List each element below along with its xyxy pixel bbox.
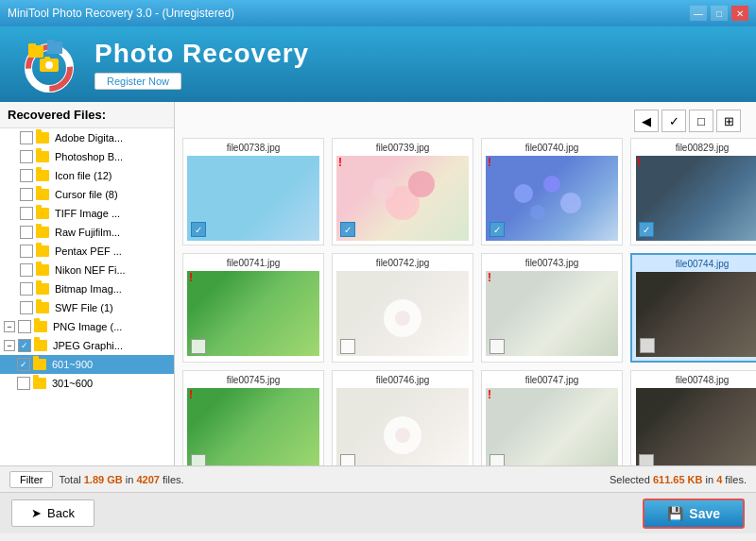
image-cell[interactable]: file00739.jpg!✓ — [332, 138, 473, 245]
image-checkbox[interactable]: ✓ — [490, 222, 505, 237]
sidebar-item-3[interactable]: Cursor file (8) — [0, 185, 174, 204]
image-checkbox[interactable] — [490, 454, 505, 465]
item-label: TIFF Image ... — [55, 208, 120, 219]
back-button[interactable]: ➤ Back — [11, 499, 94, 527]
checkbox[interactable] — [20, 131, 33, 144]
error-badge: ! — [637, 156, 641, 169]
image-cell[interactable]: file00829.jpg!✓ — [630, 138, 756, 245]
image-filename: file00745.jpg — [227, 375, 281, 385]
checkbox[interactable] — [20, 188, 33, 201]
checkbox[interactable] — [20, 263, 33, 277]
sidebar-item-0[interactable]: Adobe Digita... — [0, 128, 174, 147]
filter-button[interactable]: Filter — [9, 471, 53, 488]
image-checkbox[interactable] — [340, 454, 355, 465]
expand-icon[interactable]: − — [4, 340, 15, 351]
sidebar: Recovered Files: Adobe Digita...Photosho… — [0, 102, 175, 465]
grid-view-button[interactable]: ⊞ — [716, 110, 741, 132]
sidebar-item-9[interactable]: SWF File (1) — [0, 298, 174, 317]
image-cell[interactable]: file00747.jpg! — [481, 370, 623, 465]
back-view-button[interactable]: ◀ — [634, 110, 659, 132]
image-checkbox[interactable]: ✓ — [191, 222, 206, 237]
image-thumbnail — [336, 388, 469, 465]
checkbox[interactable] — [20, 226, 33, 239]
content-area[interactable]: ◀ ✓ □ ⊞ file00738.jpg✓file00739.jpg!✓fil… — [175, 102, 756, 465]
image-filename: file00748.jpg — [676, 375, 730, 385]
register-button[interactable]: Register Now — [94, 73, 181, 90]
image-cell[interactable]: file00742.jpg — [332, 253, 473, 363]
checkbox[interactable] — [20, 301, 33, 314]
checkbox[interactable]: ✓ — [17, 358, 30, 371]
checkbox[interactable] — [20, 282, 33, 296]
image-cell[interactable]: file00748.jpg — [630, 370, 756, 465]
save-button[interactable]: 💾 Save — [643, 499, 745, 529]
sidebar-item-7[interactable]: Nikon NEF Fi... — [0, 261, 174, 279]
item-label: Bitmap Imag... — [55, 283, 122, 295]
image-filename: file00744.jpg — [676, 259, 730, 269]
sidebar-title: Recovered Files: — [0, 102, 174, 128]
checkbox[interactable] — [18, 320, 31, 333]
image-filename: file00829.jpg — [676, 143, 730, 153]
svg-rect-4 — [44, 57, 50, 59]
folder-icon — [34, 321, 47, 332]
image-checkbox[interactable] — [191, 339, 206, 354]
image-cell[interactable]: file00738.jpg✓ — [182, 138, 324, 245]
image-filename: file00738.jpg — [227, 143, 281, 153]
image-checkbox[interactable] — [640, 338, 655, 353]
sidebar-item-6[interactable]: Pentax PEF ... — [0, 242, 174, 261]
bottombar: ➤ Back 💾 Save — [0, 492, 756, 533]
image-checkbox[interactable] — [340, 339, 355, 354]
sidebar-item-11[interactable]: −✓JPEG Graphi... — [0, 336, 174, 355]
sidebar-item-1[interactable]: Photoshop B... — [0, 147, 174, 166]
minimize-button[interactable]: — — [690, 6, 707, 21]
maximize-button[interactable]: □ — [711, 6, 728, 21]
image-checkbox[interactable] — [191, 454, 206, 465]
folder-icon — [36, 302, 49, 313]
folder-icon — [36, 189, 49, 200]
checkbox[interactable] — [17, 377, 30, 390]
app-title: Photo Recovery — [94, 39, 309, 69]
image-cell[interactable]: file00744.jpg — [630, 253, 756, 363]
image-filename: file00739.jpg — [376, 143, 430, 153]
tree-container: Adobe Digita...Photoshop B...Icon file (… — [0, 128, 174, 393]
sidebar-item-10[interactable]: −PNG Image (... — [0, 317, 174, 336]
item-label: 601~900 — [52, 359, 93, 370]
image-filename: file00747.jpg — [525, 375, 579, 385]
image-cell[interactable]: file00746.jpg — [332, 370, 473, 465]
save-label: Save — [689, 506, 720, 521]
header: Photo Recovery Register Now — [0, 26, 756, 102]
header-text: Photo Recovery Register Now — [94, 39, 309, 90]
image-checkbox[interactable] — [639, 454, 654, 465]
image-checkbox[interactable]: ✓ — [639, 222, 654, 237]
sidebar-item-4[interactable]: TIFF Image ... — [0, 204, 174, 223]
item-label: PNG Image (... — [53, 321, 122, 332]
error-badge: ! — [189, 388, 193, 401]
close-button[interactable]: ✕ — [731, 6, 748, 21]
image-cell[interactable]: file00741.jpg! — [182, 253, 324, 363]
sidebar-item-12[interactable]: ✓601~900 — [0, 355, 174, 374]
error-badge: ! — [488, 271, 491, 284]
sidebar-item-2[interactable]: Icon file (12) — [0, 166, 174, 185]
folder-icon — [36, 208, 49, 219]
checkbox[interactable] — [20, 150, 33, 163]
image-cell[interactable]: file00745.jpg! — [182, 370, 324, 465]
checkbox[interactable]: ✓ — [18, 339, 31, 352]
sidebar-item-5[interactable]: Raw Fujifilm... — [0, 223, 174, 242]
image-cell[interactable]: file00740.jpg!✓ — [481, 138, 623, 245]
checkbox[interactable] — [20, 169, 33, 182]
checkbox[interactable] — [20, 245, 33, 258]
total-size: 1.89 GB — [84, 474, 123, 485]
error-badge: ! — [338, 156, 342, 169]
sidebar-item-13[interactable]: 301~600 — [0, 374, 174, 393]
sidebar-item-8[interactable]: Bitmap Imag... — [0, 279, 174, 298]
image-checkbox[interactable] — [490, 339, 505, 354]
expand-icon[interactable]: − — [4, 321, 15, 332]
image-thumbnail — [486, 156, 618, 241]
check-all-button[interactable]: ✓ — [662, 110, 686, 132]
back-label: Back — [47, 506, 75, 520]
image-cell[interactable]: file00743.jpg! — [481, 253, 623, 363]
image-checkbox[interactable]: ✓ — [340, 222, 355, 237]
checkbox[interactable] — [20, 207, 33, 220]
single-view-button[interactable]: □ — [689, 110, 713, 132]
titlebar-controls: — □ ✕ — [690, 6, 748, 21]
svg-point-10 — [408, 171, 435, 197]
